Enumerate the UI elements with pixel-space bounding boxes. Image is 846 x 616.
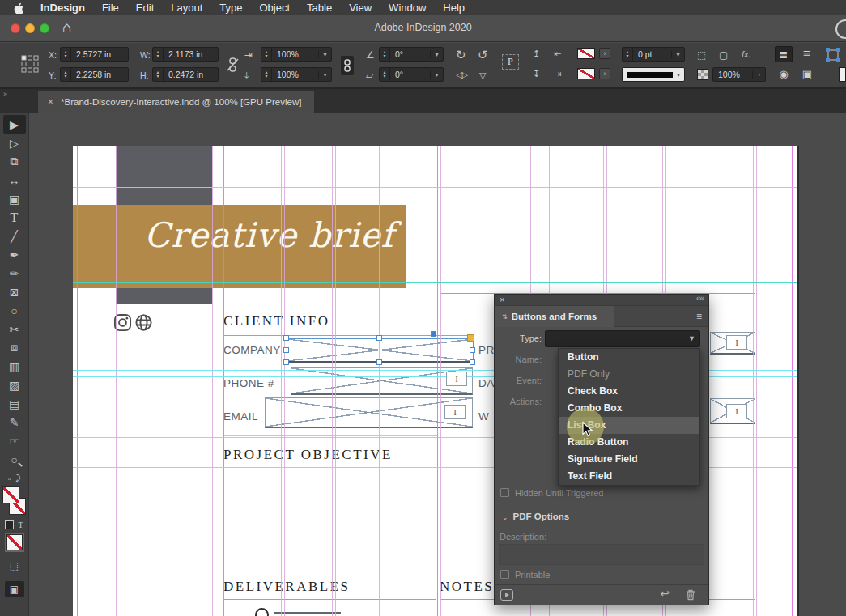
select-content-icon[interactable]: ⇤ [554, 49, 561, 59]
printable-checkbox[interactable] [500, 570, 509, 579]
ellipse-tool[interactable]: ○ [3, 301, 26, 320]
pen-tool[interactable]: ✒ [3, 245, 26, 264]
free-transform-tool[interactable]: ⧈ [3, 338, 26, 357]
jump-object-button[interactable]: ▣ [798, 66, 816, 83]
pencil-tool[interactable]: ✏ [3, 264, 26, 283]
screen-mode-button[interactable]: ▣ [5, 581, 24, 597]
fill-stroke-swatches[interactable] [2, 486, 27, 517]
shear-angle-field[interactable]: ▴▾0°▾ [379, 67, 444, 82]
content-grabber-handle[interactable] [467, 334, 474, 342]
stroke-weight-field[interactable]: ▴▾0 pt▾ [622, 47, 685, 62]
opacity-field[interactable]: 100%› [712, 67, 766, 82]
constrain-dimensions-broken-link-icon[interactable] [227, 57, 239, 74]
panel-expand-chevron-icon[interactable]: » [3, 90, 6, 98]
menu-help[interactable]: Help [443, 2, 465, 14]
menu-type[interactable]: Type [219, 2, 242, 14]
column-guide[interactable] [281, 146, 282, 616]
option-text-field[interactable]: Text Field [559, 468, 699, 485]
apply-none-button[interactable] [6, 534, 23, 550]
selection-handle[interactable] [470, 359, 475, 365]
rectangle-frame-tool[interactable]: ⊠ [3, 283, 26, 301]
selection-handle[interactable] [283, 335, 289, 341]
selection-handle[interactable] [283, 359, 289, 365]
height-field[interactable]: ▴▾0.2472 in [152, 67, 219, 82]
column-guide[interactable] [116, 146, 117, 616]
x-stepper[interactable]: ▴▾ [61, 48, 71, 61]
scale-x-field[interactable]: ▴▾100%▾ [261, 47, 332, 62]
select-container-icon[interactable]: ↥ [533, 49, 540, 59]
select-previous-object-icon[interactable]: ↧ [533, 69, 540, 79]
panel-close-icon[interactable]: × [500, 295, 504, 304]
apple-menu-icon[interactable] [13, 2, 23, 14]
menu-layout[interactable]: Layout [171, 2, 202, 14]
width-field[interactable]: ▴▾2.1173 in [152, 47, 219, 62]
search-icon[interactable] [835, 19, 846, 39]
content-collector-tool[interactable]: ▣ [3, 189, 26, 208]
margin-guide[interactable] [792, 146, 793, 616]
menu-view[interactable]: View [349, 2, 372, 14]
menu-file[interactable]: File [102, 2, 119, 14]
description-textarea[interactable] [499, 544, 704, 565]
rotate-counterclockwise-icon[interactable]: ↺ [478, 48, 488, 62]
gap-tool[interactable]: ↔ [3, 171, 26, 189]
direct-selection-tool[interactable]: ▷ [3, 134, 26, 152]
column-guide[interactable] [335, 146, 336, 616]
fill-color-swatch[interactable] [2, 486, 19, 503]
hand-tool[interactable]: ☞ [3, 431, 26, 450]
swap-fill-stroke-icon[interactable]: ▫⤸ [8, 474, 21, 483]
margin-guide[interactable] [223, 146, 224, 616]
selection-handle[interactable] [283, 347, 289, 353]
column-guide[interactable] [376, 146, 376, 616]
selection-handle-solid[interactable] [431, 331, 436, 337]
formatting-affects-container-icon[interactable] [5, 520, 14, 529]
no-text-wrap-button[interactable]: ≣ [775, 46, 793, 62]
preview-spread-icon[interactable] [500, 589, 513, 601]
menu-indesign[interactable]: InDesign [40, 2, 85, 14]
column-guide[interactable] [332, 146, 333, 616]
effects-fx-button[interactable]: fx. [742, 49, 751, 59]
fill-flyout-button[interactable]: › [599, 48, 610, 59]
page-tool[interactable]: ⧉ [3, 152, 26, 171]
column-guide[interactable] [756, 146, 757, 616]
y-stepper[interactable]: ▴▾ [61, 68, 71, 81]
wrap-around-bounding-box-button[interactable]: ≣ [798, 46, 816, 62]
scale-y-field[interactable]: ▴▾100%▾ [261, 67, 332, 82]
type-dropdown[interactable]: ▼ [545, 330, 700, 347]
margin-guide[interactable] [437, 146, 438, 616]
option-check-box[interactable]: Check Box [559, 383, 699, 400]
type-tool[interactable]: T [3, 208, 26, 227]
selection-handle[interactable] [376, 359, 382, 365]
formatting-affects-text-icon[interactable]: T [18, 520, 23, 529]
hidden-until-triggered-checkbox[interactable] [500, 488, 509, 497]
globe-icon[interactable] [134, 313, 153, 332]
banner-script-title[interactable]: Creative brief [144, 215, 411, 255]
w-stepper[interactable]: ▴▾ [153, 48, 164, 61]
rotate-clockwise-icon[interactable]: ↻ [456, 48, 466, 62]
column-guide[interactable] [440, 146, 441, 616]
option-signature-field[interactable]: Signature Field [559, 451, 699, 468]
scale-y-stepper[interactable]: ▴▾ [261, 68, 272, 81]
email-form-field-frame[interactable] [265, 397, 473, 428]
stroke-weight-stepper[interactable]: ▴▾ [623, 48, 633, 61]
gradient-feather-tool[interactable]: ▨ [3, 376, 26, 394]
formatting-affects-toggle[interactable]: T [5, 520, 23, 529]
panel-collapse-icon[interactable]: «« [696, 294, 704, 303]
menu-window[interactable]: Window [389, 2, 426, 14]
margin-guide[interactable] [77, 146, 78, 616]
x-position-field[interactable]: ▴▾2.5727 in [60, 47, 129, 62]
menu-edit[interactable]: Edit [136, 2, 154, 14]
flip-horizontal-icon[interactable]: ◁▷ [456, 70, 466, 80]
eyedropper-tool[interactable]: ✎ [3, 413, 26, 431]
column-guide[interactable] [284, 146, 285, 616]
column-guide[interactable] [379, 146, 380, 616]
close-document-icon[interactable]: × [48, 96, 53, 108]
panel-cycle-icon[interactable]: ⇅ [502, 313, 508, 321]
ruler-guide[interactable] [73, 187, 797, 188]
stroke-swatch-none[interactable] [577, 68, 595, 79]
constrain-scale-link-icon[interactable] [341, 56, 354, 75]
menu-object[interactable]: Object [260, 2, 291, 14]
ruler-guide[interactable] [73, 282, 797, 283]
h-stepper[interactable]: ▴▾ [153, 68, 164, 81]
menu-table[interactable]: Table [307, 2, 332, 14]
scale-x-stepper[interactable]: ▴▾ [261, 48, 272, 61]
